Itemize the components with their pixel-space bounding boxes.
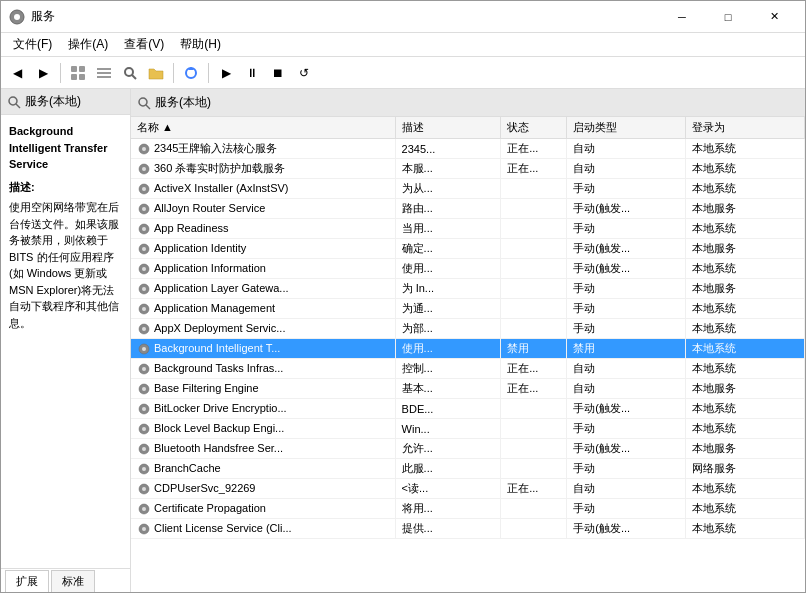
table-row[interactable]: 360 杀毒实时防护加载服务本服...正在...自动本地系统	[131, 159, 805, 179]
table-row[interactable]: BranchCache此服...手动网络服务	[131, 459, 805, 479]
table-row[interactable]: Background Tasks Infras...控制...正在...自动本地…	[131, 359, 805, 379]
right-panel-title: 服务(本地)	[155, 94, 211, 111]
table-row[interactable]: AllJoyn Router Service路由...手动(触发...本地服务	[131, 199, 805, 219]
toolbar-restart[interactable]: ↺	[292, 61, 316, 85]
minimize-button[interactable]: ─	[659, 4, 705, 30]
table-row[interactable]: Application Information使用...手动(触发...本地系统	[131, 259, 805, 279]
menu-action[interactable]: 操作(A)	[60, 34, 116, 55]
service-startup-cell: 手动(触发...	[567, 199, 686, 219]
tab-standard[interactable]: 标准	[51, 570, 95, 592]
table-row[interactable]: BitLocker Drive Encryptio...BDE...手动(触发.…	[131, 399, 805, 419]
left-panel: 服务(本地) Background Intelligent Transfer S…	[1, 89, 131, 592]
svg-rect-3	[79, 66, 85, 72]
service-status-cell: 正在...	[501, 479, 567, 499]
service-name-text: Background Tasks Infras...	[154, 362, 283, 374]
menu-view[interactable]: 查看(V)	[116, 34, 172, 55]
toolbar-forward[interactable]: ▶	[31, 61, 55, 85]
table-row[interactable]: Base Filtering Engine基本...正在...自动本地服务	[131, 379, 805, 399]
table-row[interactable]: CDPUserSvc_92269<读...正在...自动本地系统	[131, 479, 805, 499]
service-login-cell: 本地服务	[686, 239, 805, 259]
service-desc-cell: <读...	[395, 479, 501, 499]
col-header-login[interactable]: 登录为	[686, 117, 805, 139]
table-row[interactable]: Application Management为通...手动本地系统	[131, 299, 805, 319]
col-header-name[interactable]: 名称 ▲	[131, 117, 395, 139]
service-name-cell: Base Filtering Engine	[131, 379, 395, 399]
desc-label: 描述:	[9, 179, 122, 196]
toolbar-up[interactable]	[66, 61, 90, 85]
toolbar-refresh[interactable]	[179, 61, 203, 85]
service-name-cell: Bluetooth Handsfree Ser...	[131, 439, 395, 459]
service-name-cell: Application Information	[131, 259, 395, 279]
service-gear-icon	[137, 402, 154, 414]
svg-point-15	[139, 98, 147, 106]
toolbar-view[interactable]	[92, 61, 116, 85]
service-gear-icon	[137, 342, 154, 354]
service-status-cell: 正在...	[501, 159, 567, 179]
table-row[interactable]: AppX Deployment Servic...为部...手动本地系统	[131, 319, 805, 339]
toolbar: ◀ ▶ ▶ ⏸ ⏹ ↺	[1, 57, 805, 89]
service-login-cell: 本地服务	[686, 439, 805, 459]
svg-rect-2	[71, 66, 77, 72]
service-desc-cell: BDE...	[395, 399, 501, 419]
toolbar-search[interactable]	[118, 61, 142, 85]
table-row[interactable]: App Readiness当用...手动本地系统	[131, 219, 805, 239]
menu-file[interactable]: 文件(F)	[5, 34, 60, 55]
close-button[interactable]: ✕	[751, 4, 797, 30]
svg-point-46	[142, 427, 146, 431]
service-gear-icon	[137, 362, 154, 374]
table-row[interactable]: Application Identity确定...手动(触发...本地服务	[131, 239, 805, 259]
service-login-cell: 本地系统	[686, 359, 805, 379]
service-login-cell: 本地系统	[686, 419, 805, 439]
menu-help[interactable]: 帮助(H)	[172, 34, 229, 55]
service-gear-icon	[137, 442, 154, 454]
table-row[interactable]: Background Intelligent T...使用...禁用禁用本地系统	[131, 339, 805, 359]
col-header-desc[interactable]: 描述	[395, 117, 501, 139]
table-row[interactable]: 2345王牌输入法核心服务2345...正在...自动本地系统	[131, 139, 805, 159]
service-status-cell	[501, 299, 567, 319]
service-status-cell	[501, 319, 567, 339]
toolbar-folder[interactable]	[144, 61, 168, 85]
search-icon-left	[7, 95, 21, 109]
service-startup-cell: 手动(触发...	[567, 439, 686, 459]
service-name-text: 2345王牌输入法核心服务	[154, 142, 277, 154]
table-row[interactable]: Certificate Propagation将用...手动本地系统	[131, 499, 805, 519]
service-name-text: 360 杀毒实时防护加载服务	[154, 162, 285, 174]
service-gear-icon	[137, 262, 154, 274]
table-row[interactable]: Application Layer Gatewa...为 In...手动本地服务	[131, 279, 805, 299]
svg-point-36	[142, 327, 146, 331]
title-controls: ─ □ ✕	[659, 4, 797, 30]
service-name-cell: Client License Service (Cli...	[131, 519, 395, 539]
service-login-cell: 本地系统	[686, 319, 805, 339]
svg-rect-4	[71, 74, 77, 80]
toolbar-stop[interactable]: ⏹	[266, 61, 290, 85]
table-row[interactable]: ActiveX Installer (AxInstSV)为从...手动本地系统	[131, 179, 805, 199]
tabs-area: 扩展 标准	[1, 568, 130, 592]
col-header-status[interactable]: 状态	[501, 117, 567, 139]
service-status-cell	[501, 239, 567, 259]
svg-point-40	[142, 367, 146, 371]
service-login-cell: 网络服务	[686, 459, 805, 479]
selected-service-description: 使用空闲网络带宽在后台传送文件。如果该服务被禁用，则依赖于 BITS 的任何应用…	[9, 199, 122, 331]
toolbar-back[interactable]: ◀	[5, 61, 29, 85]
service-name-cell: 2345王牌输入法核心服务	[131, 139, 395, 159]
svg-point-24	[142, 207, 146, 211]
service-login-cell: 本地系统	[686, 519, 805, 539]
maximize-button[interactable]: □	[705, 4, 751, 30]
service-gear-icon	[137, 282, 154, 294]
service-startup-cell: 手动(触发...	[567, 399, 686, 419]
service-gear-icon	[137, 422, 154, 434]
separator-2	[173, 63, 174, 83]
tab-expand[interactable]: 扩展	[5, 570, 49, 592]
table-row[interactable]: Client License Service (Cli...提供...手动(触发…	[131, 519, 805, 539]
service-name-text: Block Level Backup Engi...	[154, 422, 284, 434]
table-row[interactable]: Block Level Backup Engi...Win...手动本地系统	[131, 419, 805, 439]
toolbar-pause[interactable]: ⏸	[240, 61, 264, 85]
toolbar-play[interactable]: ▶	[214, 61, 238, 85]
service-desc-cell: 将用...	[395, 499, 501, 519]
services-table[interactable]: 名称 ▲ 描述 状态 启动类型 登录为 2345王牌输入法核心服务2345...…	[131, 117, 805, 592]
right-header: 服务(本地)	[131, 89, 805, 117]
col-header-startup[interactable]: 启动类型	[567, 117, 686, 139]
service-startup-cell: 手动	[567, 179, 686, 199]
table-row[interactable]: Bluetooth Handsfree Ser...允许...手动(触发...本…	[131, 439, 805, 459]
service-gear-icon	[137, 222, 154, 234]
